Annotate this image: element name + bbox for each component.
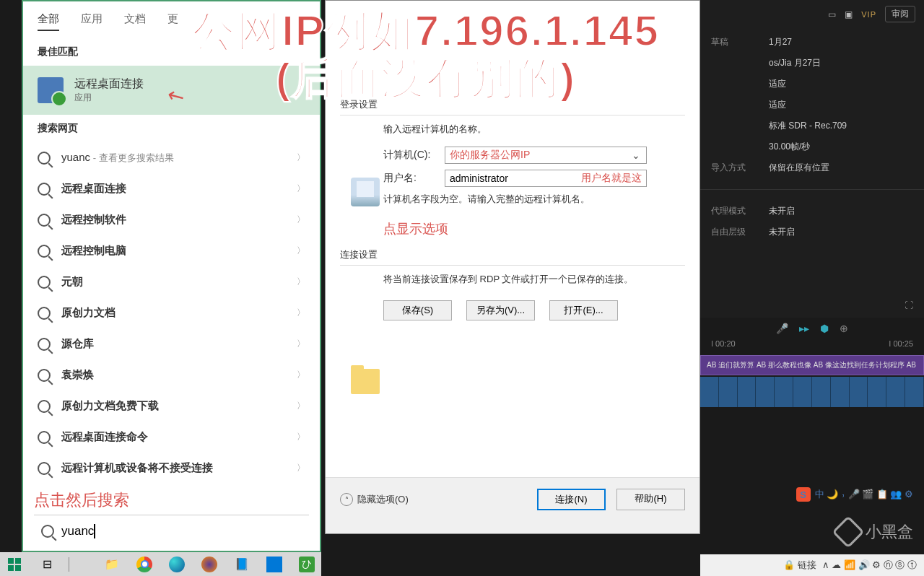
login-prompt: 输入远程计算机的名称。 [383, 123, 685, 136]
tray-link[interactable]: 🔒 链接 [783, 559, 816, 572]
review-button[interactable]: 审阅 [885, 6, 915, 22]
timeline-tracks[interactable]: AB 追们就算算 AB 那么教程也像 AB 像这边找到任务计划程序 AB [700, 354, 924, 409]
username-annotation: 用户名就是这 [581, 172, 642, 185]
chevron-down-icon[interactable]: ⌄ [630, 149, 642, 161]
ime-toolbar[interactable]: S 中 🌙 ⸴ 🎤 🎬 📋 👥 ⚙ [796, 487, 913, 502]
rdp-footer: ˄ 隐藏选项(O) 连接(N) 帮助(H) [326, 477, 699, 521]
chevron-right-icon: 〉 [297, 400, 305, 412]
search-icon [38, 369, 51, 382]
panel-icon[interactable]: ▭ [828, 9, 836, 19]
edge-icon[interactable] [166, 555, 188, 573]
search-result-item[interactable]: 源仓库 〉 [23, 328, 320, 359]
search-icon [38, 276, 51, 289]
search-icon [38, 431, 51, 444]
save-as-button[interactable]: 另存为(V)... [466, 300, 535, 320]
empty-computer-note: 计算机名字段为空。请输入完整的远程计算机名。 [383, 193, 685, 206]
search-results-list: yuanc - 查看更多搜索结果 〉 远程桌面连接 〉 远程控制软件 〉 远程控… [23, 142, 320, 484]
expand-icon[interactable]: ⛶ [905, 300, 913, 310]
info-row: 导入方式保留在原有位置 [711, 157, 913, 178]
chevron-right-icon: 〉 [297, 338, 305, 350]
best-match-title: 远程桌面连接 [74, 77, 144, 92]
info-row: 适应 [711, 95, 913, 115]
taskbar-divider [69, 557, 90, 572]
watermark: 小黑盒 [837, 520, 913, 544]
chevron-right-icon: 〉 [297, 276, 305, 288]
mic-icon[interactable]: 🎤 [776, 323, 788, 334]
search-result-item[interactable]: 远程计算机或设备将不接受连接 〉 [23, 453, 320, 484]
search-result-item[interactable]: 远程控制电脑 〉 [23, 235, 320, 266]
vip-badge: VIP [861, 10, 876, 19]
username-label: 用户名: [383, 172, 437, 185]
control-icon[interactable]: ⊕ [840, 323, 848, 334]
timeline-ruler: I 00:20 I 00:25 [700, 339, 924, 354]
chevron-right-icon: 〉 [297, 183, 305, 195]
username-input[interactable]: administrator 用户名就是这 [445, 170, 647, 187]
connection-description: 将当前连接设置保存到 RDP 文件或打开一个已保存的连接。 [383, 273, 685, 286]
chevron-right-icon: 〉 [297, 369, 305, 381]
chrome-icon[interactable] [134, 555, 155, 573]
best-match-subtitle: 应用 [74, 92, 144, 104]
app-icon[interactable]: 📘 [231, 555, 253, 573]
annotation-big-text: 公网IP例如7.196.1.145 (后面没有别的) [144, 7, 707, 102]
search-result-item[interactable]: 原创力文档免费下载 〉 [23, 390, 320, 422]
panel-icon[interactable]: ▣ [845, 9, 853, 19]
chevron-right-icon: 〉 [297, 462, 305, 474]
help-button[interactable]: 帮助(H) [616, 489, 685, 510]
open-button[interactable]: 打开(E)... [549, 300, 618, 320]
search-icon [38, 462, 51, 475]
search-result-item[interactable]: 远程控制软件 〉 [23, 204, 320, 235]
connection-settings-header: 连接设置 [340, 248, 685, 261]
search-icon [38, 183, 51, 196]
tab-apps[interactable]: 应用 [81, 9, 103, 31]
start-button[interactable] [4, 555, 25, 573]
video-track[interactable] [700, 377, 924, 407]
connect-button[interactable]: 连接(N) [537, 489, 606, 510]
search-icon [38, 245, 51, 258]
info-row: 草稿1月27 [711, 32, 913, 53]
text-track[interactable]: AB 追们就算算 AB 那么教程也像 AB 像这边找到任务计划程序 AB [700, 355, 924, 375]
search-icon [38, 152, 51, 165]
info-row: 标准 SDR - Rec.709 [711, 115, 913, 136]
chevron-right-icon: 〉 [297, 307, 305, 319]
taskbar-left: ⊟ 📁 📘 ひ [0, 552, 321, 576]
search-icon [38, 214, 51, 227]
control-icon[interactable]: ⬢ [820, 323, 829, 334]
search-result-item[interactable]: 原创力文档 〉 [23, 297, 320, 328]
computer-icon [351, 178, 380, 206]
task-view-icon[interactable]: ⊟ [36, 555, 58, 573]
explorer-icon[interactable]: 📁 [101, 555, 123, 573]
annotation-search-hint: 点击然后搜索 [34, 489, 129, 511]
control-icon[interactable]: ▸▸ [799, 323, 809, 334]
tab-docs[interactable]: 文档 [124, 9, 146, 31]
hide-options-link[interactable]: ˄ 隐藏选项(O) [340, 493, 409, 506]
tray-icons[interactable]: ∧ ☁ 📶 🔊 ⚙ ⓝ ⓢ ⓣ [822, 559, 917, 572]
username-row: 用户名: administrator 用户名就是这 [383, 170, 685, 187]
search-result-item[interactable]: 远程桌面连接命令 〉 [23, 422, 320, 453]
search-input-box[interactable]: yuanc [34, 515, 309, 547]
firefox-icon[interactable] [199, 555, 220, 573]
save-button[interactable]: 保存(S) [383, 300, 452, 320]
info-row: 适应 [711, 74, 913, 95]
username-value: administrator [450, 173, 581, 184]
search-result-item[interactable]: 袁崇焕 〉 [23, 359, 320, 390]
search-result-item[interactable]: yuanc - 查看更多搜索结果 〉 [23, 142, 320, 173]
app-icon-green[interactable]: ひ [296, 555, 318, 573]
sogou-logo-icon: S [796, 487, 811, 502]
ime-buttons[interactable]: 中 🌙 ⸴ 🎤 🎬 📋 👥 ⚙ [815, 488, 913, 501]
search-result-item[interactable]: 远程桌面连接 〉 [23, 173, 320, 204]
tab-all[interactable]: 全部 [38, 9, 59, 31]
audio-controls: 🎤 ▸▸ ⬢ ⊕ [700, 318, 924, 339]
vscode-icon[interactable] [263, 555, 285, 573]
computer-row: 计算机(C): 你的服务器公网IP ⌄ [383, 147, 685, 164]
search-result-item[interactable]: 元朝 〉 [23, 266, 320, 297]
text-cursor [94, 524, 95, 538]
chevron-right-icon: 〉 [297, 214, 305, 226]
heybox-logo-icon [832, 515, 864, 548]
computer-combobox[interactable]: 你的服务器公网IP ⌄ [445, 147, 647, 164]
computer-annotation: 你的服务器公网IP [450, 149, 630, 162]
taskbar-right-tray: 🔒 链接 ∧ ☁ 📶 🔊 ⚙ ⓝ ⓢ ⓣ [700, 554, 924, 576]
info-row: 代理模式未开启 [711, 201, 913, 222]
web-results-header: 搜索网页 [23, 115, 320, 142]
search-icon [38, 338, 51, 351]
search-query-text: yuanc [61, 524, 94, 538]
